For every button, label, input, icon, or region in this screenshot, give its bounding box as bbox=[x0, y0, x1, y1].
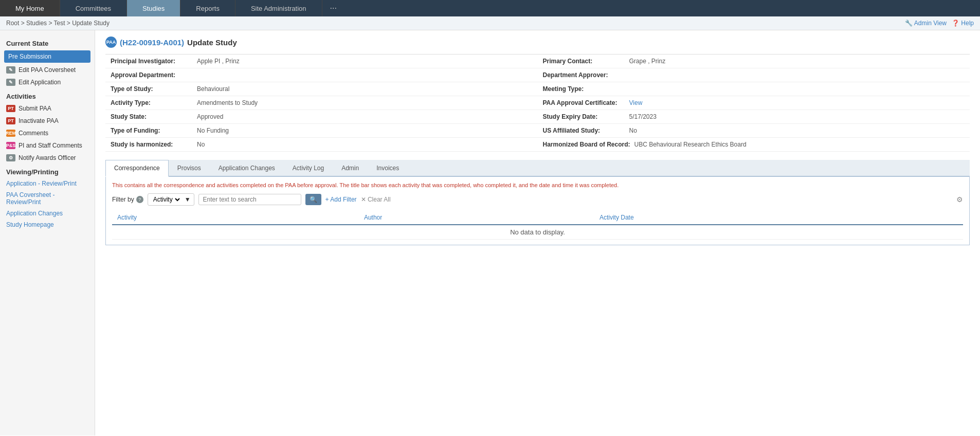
pi-staff-label: PI and Staff Comments bbox=[19, 142, 82, 149]
primary-contact-label: Primary Contact: bbox=[543, 58, 625, 65]
tab-info-text: This contains all the correspondence and… bbox=[112, 182, 963, 188]
study-info-grid: Principal Investigator: Apple PI , Prinz… bbox=[105, 54, 970, 152]
dept-approver-cell: Department Approver: bbox=[538, 68, 970, 82]
nav-studies[interactable]: Studies bbox=[127, 0, 180, 16]
filter-search-input[interactable] bbox=[198, 194, 301, 205]
activity-table: Activity Author Activity Date No data to… bbox=[112, 211, 963, 240]
tab-invoices[interactable]: Invoices bbox=[368, 160, 408, 177]
submit-paa-label: Submit PAA bbox=[19, 105, 51, 112]
comments-btn[interactable]: REM Comments bbox=[0, 127, 95, 139]
clear-all-button[interactable]: ✕ Clear All bbox=[361, 196, 391, 203]
help-link[interactable]: ❓ Help bbox=[952, 20, 974, 27]
submit-paa-btn[interactable]: PT Submit PAA bbox=[0, 102, 95, 115]
type-of-funding-value: No Funding bbox=[197, 127, 229, 134]
edit-application-label: Edit Application bbox=[19, 79, 61, 86]
notify-awards-icon: ⚙ bbox=[6, 154, 15, 161]
tab-admin[interactable]: Admin bbox=[333, 160, 368, 177]
edit-coversheet-label: Edit PAA Coversheet bbox=[19, 66, 76, 74]
filter-dropdown[interactable]: Activity ▼ bbox=[148, 193, 194, 206]
paa-badge: PAA bbox=[105, 37, 117, 48]
study-harmonized-label: Study is harmonized: bbox=[111, 141, 193, 148]
filter-select[interactable]: Activity bbox=[151, 195, 182, 204]
study-header: PAA (H22-00919-A001) Update Study bbox=[105, 37, 970, 48]
study-title: Update Study bbox=[187, 38, 237, 47]
pi-staff-icon: P&S bbox=[6, 142, 15, 149]
meeting-type-label: Meeting Type: bbox=[543, 85, 625, 93]
viewing-printing-title: Viewing/Printing bbox=[0, 164, 95, 178]
filter-bar: Filter by ? Activity ▼ 🔍 + Add Filter ✕ … bbox=[112, 193, 963, 206]
principal-investigator-cell: Principal Investigator: Apple PI , Prinz bbox=[105, 55, 538, 68]
us-affiliated-label: US Affiliated Study: bbox=[543, 127, 625, 134]
sidebar: Current State Pre Submission ✎ Edit PAA … bbox=[0, 30, 95, 435]
notify-awards-btn[interactable]: ⚙ Notify Awards Officer bbox=[0, 152, 95, 164]
activity-type-cell: Activity Type: Amendments to Study bbox=[105, 96, 538, 110]
top-nav: My Home Committees Studies Reports Site … bbox=[0, 0, 980, 16]
breadcrumb: Root > Studies > Test > Update Study 🔧 A… bbox=[0, 16, 980, 30]
us-affiliated-cell: US Affiliated Study: No bbox=[538, 124, 970, 138]
pi-staff-comments-btn[interactable]: P&S PI and Staff Comments bbox=[0, 139, 95, 152]
inactivate-paa-btn[interactable]: PT Inactivate PAA bbox=[0, 115, 95, 127]
nav-siteadmin[interactable]: Site Administration bbox=[235, 0, 322, 16]
activity-type-value: Amendments to Study bbox=[197, 99, 258, 106]
admin-view-link[interactable]: 🔧 Admin View bbox=[905, 20, 947, 27]
study-homepage-link[interactable]: Study Homepage bbox=[0, 219, 95, 230]
edit-coversheet-icon: ✎ bbox=[6, 66, 15, 74]
settings-icon[interactable]: ⚙ bbox=[956, 195, 963, 204]
tab-provisos[interactable]: Provisos bbox=[169, 160, 210, 177]
activities-title: Activities bbox=[0, 88, 95, 102]
edit-application-icon: ✎ bbox=[6, 79, 15, 86]
no-data-row: No data to display. bbox=[112, 225, 963, 240]
study-harmonized-value: No bbox=[197, 141, 205, 148]
harmonized-board-value: UBC Behavioural Research Ethics Board bbox=[634, 141, 747, 148]
comments-label: Comments bbox=[19, 130, 48, 137]
harmonized-board-label: Harmonized Board of Record: bbox=[543, 141, 630, 148]
study-state-cell: Study State: Approved bbox=[105, 110, 538, 124]
type-of-study-label: Type of Study: bbox=[111, 85, 193, 93]
tabs-bar: Correspondence Provisos Application Chan… bbox=[105, 160, 970, 177]
edit-application-btn[interactable]: ✎ Edit Application bbox=[0, 76, 95, 88]
inactivate-paa-icon: PT bbox=[6, 117, 15, 124]
paa-approval-cert-cell: PAA Approval Certificate: View bbox=[538, 96, 970, 110]
dept-approver-label: Department Approver: bbox=[543, 71, 625, 79]
pi-label: Principal Investigator: bbox=[111, 58, 193, 65]
tab-activity-log[interactable]: Activity Log bbox=[284, 160, 333, 177]
col-activity-date: Activity Date bbox=[594, 211, 963, 225]
filter-help-icon[interactable]: ? bbox=[136, 196, 143, 203]
nav-reports[interactable]: Reports bbox=[180, 0, 235, 16]
paa-coversheet-review-link[interactable]: PAA Coversheet - Review/Print bbox=[0, 189, 95, 208]
tab-content: This contains all the correspondence and… bbox=[105, 177, 970, 245]
study-expiry-cell: Study Expiry Date: 5/17/2023 bbox=[538, 110, 970, 124]
nav-committees[interactable]: Committees bbox=[60, 0, 127, 16]
paa-approval-cert-label: PAA Approval Certificate: bbox=[543, 99, 625, 106]
tab-application-changes[interactable]: Application Changes bbox=[210, 160, 284, 177]
filter-right: ⚙ bbox=[956, 195, 963, 204]
filter-by-label: Filter by ? bbox=[112, 196, 143, 203]
approval-dept-cell: Approval Department: bbox=[105, 68, 538, 82]
study-expiry-label: Study Expiry Date: bbox=[543, 113, 625, 120]
main-content: PAA (H22-00919-A001) Update Study Princi… bbox=[95, 30, 980, 435]
primary-contact-cell: Primary Contact: Grape , Prinz bbox=[538, 55, 970, 68]
us-affiliated-value: No bbox=[629, 127, 637, 134]
no-data-message: No data to display. bbox=[112, 225, 963, 240]
search-button[interactable]: 🔍 bbox=[305, 194, 321, 205]
tab-correspondence[interactable]: Correspondence bbox=[105, 160, 169, 177]
nav-more-dots[interactable]: ··· bbox=[322, 0, 344, 16]
edit-paa-coversheet-btn[interactable]: ✎ Edit PAA Coversheet bbox=[0, 64, 95, 76]
application-review-print-link[interactable]: Application - Review/Print bbox=[0, 178, 95, 189]
study-state-value: Approved bbox=[197, 113, 223, 120]
paa-approval-cert-value[interactable]: View bbox=[629, 99, 643, 106]
harmonized-board-cell: Harmonized Board of Record: UBC Behaviou… bbox=[538, 138, 970, 152]
pre-submission-btn[interactable]: Pre Submission bbox=[4, 50, 90, 63]
add-filter-button[interactable]: + Add Filter bbox=[325, 196, 357, 203]
activity-type-label: Activity Type: bbox=[111, 99, 193, 106]
nav-myhome[interactable]: My Home bbox=[0, 0, 60, 16]
dropdown-chevron-icon: ▼ bbox=[185, 196, 191, 203]
study-expiry-value: 5/17/2023 bbox=[629, 113, 657, 120]
type-of-funding-cell: Type of Funding: No Funding bbox=[105, 124, 538, 138]
study-id: (H22-00919-A001) bbox=[120, 38, 184, 47]
pi-value: Apple PI , Prinz bbox=[197, 58, 240, 65]
current-state-title: Current State bbox=[0, 35, 95, 49]
application-changes-link[interactable]: Application Changes bbox=[0, 208, 95, 219]
comments-icon: REM bbox=[6, 130, 15, 137]
type-of-funding-label: Type of Funding: bbox=[111, 127, 193, 134]
